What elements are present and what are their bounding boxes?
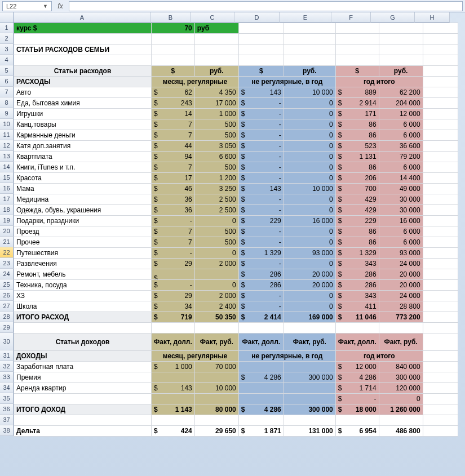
row-header-26[interactable]: 26 [0, 290, 14, 301]
formula-bar: L22 ▼ fx [0, 0, 465, 12]
row-header-6[interactable]: 6 [0, 76, 14, 87]
row-header-10[interactable]: 10 [0, 119, 14, 130]
row-header-15[interactable]: 15 [0, 172, 14, 183]
row-header-28[interactable]: 28 [0, 312, 14, 322]
row-header-2[interactable]: 2 [0, 33, 14, 44]
row-header-32[interactable]: 32 [0, 361, 14, 372]
row-header-17[interactable]: 17 [0, 194, 14, 204]
row-header-16[interactable]: 16 [0, 183, 14, 194]
row-header-27[interactable]: 27 [0, 301, 14, 312]
row-header-24[interactable]: 24 [0, 269, 14, 279]
row-header-37[interactable]: 37 [0, 415, 14, 425]
name-box-dropdown-icon[interactable]: ▼ [43, 3, 48, 9]
col-header-E[interactable]: E [280, 12, 331, 23]
row-header-30[interactable]: 30 [0, 333, 14, 350]
row-header-7[interactable]: 7 [0, 87, 14, 97]
row-header-19[interactable]: 19 [0, 215, 14, 226]
col-header-D[interactable]: D [234, 12, 280, 23]
col-header-H[interactable]: H [415, 12, 450, 23]
row-header-33[interactable]: 33 [0, 372, 14, 382]
formula-input[interactable] [69, 1, 463, 11]
row-header-8[interactable]: 8 [0, 97, 14, 108]
col-header-C[interactable]: C [191, 12, 234, 23]
row-header-31[interactable]: 31 [0, 350, 14, 361]
row-header-1[interactable]: 1 [0, 23, 14, 33]
row-header-21[interactable]: 21 [0, 237, 14, 247]
row-header-4[interactable]: 4 [0, 55, 14, 65]
row-header-20[interactable]: 20 [0, 226, 14, 237]
grid[interactable]: курс $70рубСТАТЬИ РАСХОДОВ СЕМЬИСтатьи р… [14, 23, 458, 437]
row-header-13[interactable]: 13 [0, 151, 14, 162]
row-header-38[interactable]: 38 [0, 425, 14, 436]
row-header-5[interactable]: 5 [0, 65, 14, 76]
row-header-3[interactable]: 3 [0, 44, 14, 55]
row-header-34[interactable]: 34 [0, 382, 14, 393]
fx-icon[interactable]: fx [55, 2, 65, 10]
row-header-36[interactable]: 36 [0, 404, 14, 415]
row-header-23[interactable]: 23 [0, 258, 14, 269]
col-header-B[interactable]: B [151, 12, 191, 23]
row-header-11[interactable]: 11 [0, 130, 14, 140]
row-header-9[interactable]: 9 [0, 108, 14, 119]
row-header-35[interactable]: 35 [0, 393, 14, 404]
row-header-22[interactable]: 22 [0, 247, 14, 258]
col-header-F[interactable]: F [331, 12, 371, 23]
col-header-G[interactable]: G [371, 12, 415, 23]
select-all-corner[interactable] [0, 12, 14, 23]
row-header-18[interactable]: 18 [0, 204, 14, 215]
row-header-12[interactable]: 12 [0, 140, 14, 151]
row-header-14[interactable]: 14 [0, 162, 14, 172]
row-header-25[interactable]: 25 [0, 279, 14, 290]
name-box-value: L22 [6, 3, 16, 10]
col-header-A[interactable]: A [14, 12, 151, 23]
name-box[interactable]: L22 ▼ [2, 1, 52, 11]
row-header-29[interactable]: 29 [0, 322, 14, 333]
